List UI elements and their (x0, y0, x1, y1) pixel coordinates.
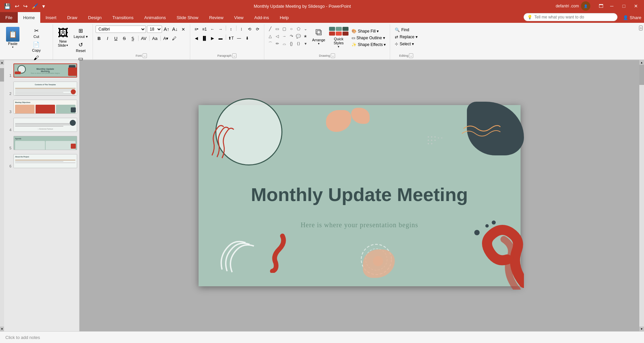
editing-expand[interactable]: ⌵ (409, 53, 413, 58)
text-case-button[interactable]: Aa (151, 35, 159, 42)
line-tool[interactable]: ╱ (267, 26, 274, 32)
slide-thumb-2[interactable]: 2 Contents of This Template (5, 81, 78, 96)
freeform-tool[interactable]: ✏ (274, 40, 281, 47)
align-left-button[interactable]: ◀ (193, 35, 200, 42)
right-scroll-thumb[interactable] (639, 65, 644, 85)
convert-button[interactable]: ⟳ (254, 26, 261, 33)
close-button[interactable]: ✕ (631, 2, 641, 10)
tell-me-input[interactable] (534, 15, 614, 19)
tab-transitions[interactable]: Transitions (107, 12, 139, 23)
save-button[interactable]: 💾 (3, 2, 12, 10)
decrease-indent-button[interactable]: ← (209, 26, 216, 33)
shape-effects-button[interactable]: ✨ Shape Effects ▾ (350, 42, 387, 48)
shape-fill-button[interactable]: 🎨 Shape Fill ▾ (350, 28, 387, 34)
brace-tool[interactable]: ⟨⟩ (295, 40, 302, 47)
tab-animations[interactable]: Animations (139, 12, 171, 23)
align-bottom-button[interactable]: ⬇ (244, 35, 251, 42)
font-size-selector[interactable]: 18 (147, 26, 162, 33)
paragraph-expand[interactable]: ⌵ (232, 53, 236, 58)
curved-arrow-tool[interactable]: ↷ (288, 33, 295, 40)
decrease-font-button[interactable]: A↓ (171, 26, 179, 33)
replace-button[interactable]: ⇄ Replace ▾ (393, 34, 419, 40)
dropdown-button[interactable]: ▾ (41, 2, 46, 10)
tab-view[interactable]: View (229, 12, 249, 23)
justify-button[interactable]: ▬ (217, 35, 224, 42)
tab-addins[interactable]: Add-ins (249, 12, 274, 23)
font-name-selector[interactable]: Calibri (96, 26, 146, 33)
font-color-button[interactable]: A▾ (162, 35, 170, 42)
line-spacing-button[interactable]: ↕ (227, 26, 235, 33)
callout-tool[interactable]: 💬 (295, 33, 302, 40)
align-center-button[interactable]: ▐▌ (201, 35, 208, 42)
font-expand[interactable]: ⌵ (143, 53, 147, 58)
star-tool[interactable]: ★ (302, 33, 309, 40)
tab-draw[interactable]: Draw (62, 12, 83, 23)
trapezoid-tool[interactable]: ⬠ (295, 26, 302, 32)
slide-subtitle[interactable]: Here is where your presentation begins (247, 221, 472, 229)
minimize-button[interactable]: ─ (606, 2, 617, 10)
slide-thumb-6[interactable]: 6 About the Project (5, 153, 78, 169)
cut-button[interactable]: ✂ Cut (23, 27, 50, 39)
rect-tool[interactable]: ▭ (274, 26, 281, 32)
scroll-right-down[interactable]: ▼ (639, 327, 644, 331)
tell-me-box[interactable]: 💡 (524, 13, 618, 21)
rtriangle-tool[interactable]: ◁ (274, 33, 281, 40)
collapse-ribbon-button[interactable]: ∧ (639, 26, 643, 31)
align-top-button[interactable]: ⬆T (227, 35, 235, 42)
highlight-button[interactable]: 🖊 (171, 35, 178, 42)
italic-button[interactable]: I (104, 35, 111, 42)
find-button[interactable]: 🔍 Find (393, 27, 419, 33)
columns-button[interactable]: ⫶ (238, 26, 245, 33)
share-button[interactable]: 👤 Share (620, 12, 644, 23)
shape-outline-button[interactable]: ▭ Shape Outline ▾ (350, 35, 387, 41)
arrow-tool[interactable]: → (281, 33, 288, 40)
tab-file[interactable]: File (0, 12, 18, 23)
underline-button[interactable]: U (112, 35, 120, 42)
strikethrough-button[interactable]: S (121, 35, 128, 42)
arc-tool[interactable]: ⌓ (281, 40, 288, 47)
tab-design[interactable]: Design (83, 12, 107, 23)
new-slide-button[interactable]: 🖼 New Slide ▾ (56, 26, 70, 49)
slide-thumb-4[interactable]: 4 —Someone Famous (5, 117, 78, 133)
slide-thumb-1[interactable]: 1 Monthly UpdateMeeting Here is where yo… (5, 63, 78, 78)
clear-format-button[interactable]: ✕ (180, 26, 187, 33)
format-button[interactable]: 🖌️ (30, 2, 40, 10)
circle-tool[interactable]: ○ (288, 26, 295, 32)
bullet-list-button[interactable]: ≡• (193, 26, 200, 33)
reset-button[interactable]: ↺ Reset (72, 41, 90, 53)
direction-button[interactable]: ⟲ (246, 26, 253, 33)
drawing-expand[interactable]: ⌵ (331, 53, 335, 58)
shapes-expand[interactable]: ▾ (302, 40, 309, 47)
undo-button[interactable]: ↩ (13, 2, 20, 10)
tab-review[interactable]: Review (204, 12, 229, 23)
align-middle-button[interactable]: — (235, 35, 243, 42)
more-shapes-btn[interactable]: ⌄ (302, 26, 309, 32)
slide-canvas[interactable]: Monthly Update Meeting Here is where you… (199, 105, 521, 286)
numbered-list-button[interactable]: ≡1 (201, 26, 208, 33)
notes-bar[interactable]: Click to add notes (0, 331, 644, 343)
paste-button[interactable]: 📋 Paste ▾ (4, 26, 21, 50)
align-right-button[interactable]: ▶ (209, 35, 216, 42)
triangle-tool[interactable]: △ (267, 33, 274, 40)
quick-styles-button[interactable]: Quick Styles ▾ (329, 26, 349, 50)
select-button[interactable]: ⊹ Select ▾ (393, 41, 419, 47)
arrange-button[interactable]: ⧉ Arrange ▾ (310, 26, 327, 47)
increase-indent-button[interactable]: → (217, 26, 224, 33)
shadow-button[interactable]: S̲ (129, 35, 137, 42)
restore-button[interactable]: 🗖 (596, 2, 606, 10)
tab-slideshow[interactable]: Slide Show (171, 12, 204, 23)
tab-insert[interactable]: Insert (40, 12, 62, 23)
redo-button[interactable]: ↪ (22, 2, 29, 10)
bracket-tool[interactable]: {} (288, 40, 295, 47)
slide-thumb-5[interactable]: 5 Agenda (5, 135, 78, 151)
bold-button[interactable]: B (96, 35, 103, 42)
maximize-button[interactable]: □ (619, 2, 629, 10)
scroll-right-up[interactable]: ▲ (639, 60, 644, 65)
slide-main-title[interactable]: Monthly Update Meeting (231, 184, 488, 205)
copy-button[interactable]: 📄 Copy (23, 41, 50, 53)
slide-thumb-3[interactable]: 3 Meeting Objectives (5, 99, 78, 114)
tab-home[interactable]: Home (18, 12, 40, 23)
char-spacing-button[interactable]: AV (140, 35, 148, 42)
rounded-rect-tool[interactable]: ▢ (281, 26, 288, 32)
curve-tool[interactable]: ⌒ (267, 40, 274, 47)
